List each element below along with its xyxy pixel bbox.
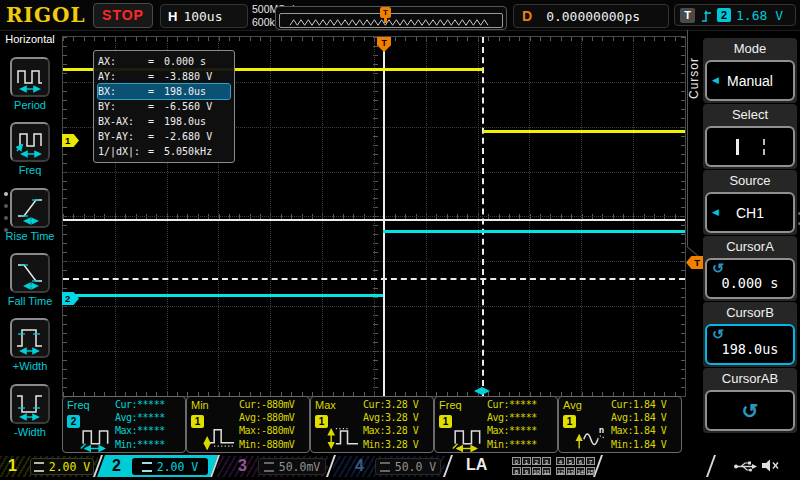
mode-button[interactable]: ◀ Manual [705,60,795,101]
rise-time-button[interactable] [10,188,50,228]
la-digit: 3 [542,457,551,465]
cursor-a-label: CursorA [705,238,795,256]
dc-coupling-icon [34,462,44,472]
measurement-box-min-ch1[interactable]: Min 1 Cur:-880mV Avg:-880mV Max:-880mV M… [186,396,310,453]
mode-label: Mode [705,40,795,58]
dc-coupling-icon [142,462,152,472]
ch4-scale: 50.0 V [395,460,437,474]
cursor-b-horizontal-line[interactable] [63,278,685,280]
rigol-logo: RIGOL [6,3,86,27]
cursor-ab-button[interactable]: ↺ [705,390,795,431]
cursor-row-bxax: BX-AX: = 198.0us [98,114,230,129]
measurement-title: Avg [563,399,582,411]
trigger-level-value: 1.68 V [736,8,783,23]
la-digit: 11 [542,467,551,475]
ch3-scale: 50.0mV [279,460,321,474]
la-digit: 9 [522,467,531,475]
row-name: 1/|dX|: [98,144,148,159]
ch3-number[interactable]: 3 [238,457,247,475]
cursor-a-value: 0.000 s [722,275,779,291]
ch2-scale-box[interactable]: 2.00 V [132,458,208,475]
plus-width-label: +Width [0,360,60,372]
cursor-b-label: CursorB [705,304,795,322]
stat-cur: Cur:-880mV [239,398,309,411]
equals: = [148,84,164,99]
la-digits-row2: 89101112131415 [512,467,596,476]
plus-width-button[interactable] [10,318,50,358]
trigger-level-marker[interactable]: T [686,256,703,269]
ch1-trace-low-segment [483,130,685,133]
cursor-a-vertical-line[interactable] [383,37,385,396]
ch4-number[interactable]: 4 [355,457,364,475]
row-name: BY: [98,99,148,114]
row-value: 0.000 s [164,54,206,69]
equals: = [148,144,164,159]
preview-trigger-marker-icon[interactable]: T [380,7,391,18]
freq-button[interactable] [10,122,50,162]
left-triangle-icon: ◀ [712,75,719,85]
measurement-box-avg-ch1[interactable]: Avg 1 n Cur:1.84 V Avg:1.84 V Max:1.84 V… [558,396,682,453]
rising-edge-icon [700,8,712,23]
la-digit: 10 [532,467,541,475]
rotate-knob-icon: ↺ [712,260,724,276]
la-digit: 8 [512,467,521,475]
equals: = [148,129,164,144]
stat-avg: Avg:***** [487,411,557,424]
select-button[interactable] [705,126,795,167]
rotate-knob-icon: ↺ [742,399,759,423]
la-digit: 14 [576,467,585,475]
la-section[interactable]: LA [466,456,487,474]
delay-label: D [522,8,532,24]
cursor-a-button[interactable]: ↺ 0.000 s [705,258,795,299]
row-value: -3.880 V [164,69,212,84]
cursor-ab-group: CursorAB ↺ [703,368,797,433]
row-value: 198.0us [164,84,206,99]
left-menu-title: Horizontal [0,33,60,45]
timebase-readout: H 100us [160,4,248,28]
ch1-scale-box[interactable]: 2.00 V [30,458,94,475]
stat-avg: Avg:1.84 V [611,411,681,424]
source-group: Source ◀ CH1 [703,170,797,235]
dc-coupling-icon [380,462,390,472]
source-button[interactable]: ◀ CH1 [705,192,795,233]
cursor-b-handle-icon[interactable] [472,386,492,396]
cursor-a-horizontal-line[interactable] [63,219,685,221]
stat-cur: Cur:***** [487,398,557,411]
measurement-title: Freq [439,399,462,411]
cursor-measurement-box: AX: = 0.000 s AY: = -3.880 V BX: = 198.0… [93,50,235,163]
cursor-menu-tab: Cursor [687,42,701,114]
source-value: CH1 [736,205,764,221]
la-digits-row1: 01234567 [512,457,596,466]
rotate-knob-icon: ↺ [712,326,724,342]
stat-avg: Avg:-880mV [239,411,309,424]
ch1-number[interactable]: 1 [8,457,17,475]
period-button[interactable] [10,57,50,97]
page-dot [4,204,8,208]
ch4-scale-box[interactable]: 50.0 V [375,458,441,475]
la-digit: 0 [512,457,521,465]
cursor-a-line-icon [736,139,739,155]
la-digit-grid: 01234567 89101112131415 [512,457,596,477]
trigger-label: T [680,8,695,23]
measurement-title: Min [191,399,209,411]
ch3-scale-box[interactable]: 50.0mV [258,458,326,475]
cursor-b-value: 198.0us [722,341,779,357]
cursor-b-button[interactable]: ↺ 198.0us [705,324,795,365]
max-measure-icon [325,424,363,452]
measurement-box-freq-ch2[interactable]: Freq 2 Cur:***** Avg:***** Max:***** Min… [62,396,186,453]
page-dot [4,192,8,196]
la-digit: 5 [566,457,575,465]
la-digit: 6 [576,457,585,465]
rise-time-icon [12,190,48,226]
ch2-number[interactable]: 2 [112,457,121,475]
equals: = [148,99,164,114]
fall-time-button[interactable] [10,253,50,293]
minus-width-button[interactable] [10,384,50,424]
cursor-b-vertical-line[interactable] [482,37,484,396]
measurement-box-freq-ch1[interactable]: Freq 1 Cur:***** Avg:***** Max:***** Min… [434,396,558,453]
measurement-box-max-ch1[interactable]: Max 1 Cur:3.28 V Avg:3.28 V Max:3.28 V M… [310,396,434,453]
stat-max: Max:***** [115,424,185,437]
stat-max: Max:1.84 V [611,424,681,437]
stat-min: Min:***** [487,438,557,451]
speaker-muted-icon [760,458,780,473]
